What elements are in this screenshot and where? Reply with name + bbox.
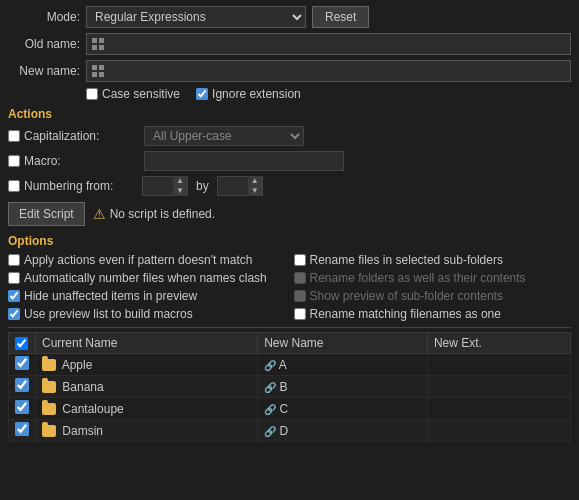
numbering-from-up[interactable]: ▲ [173, 176, 187, 186]
numbering-label: Numbering from: [24, 179, 113, 193]
option-label-2: Automatically number files when names cl… [24, 271, 267, 285]
chain-icon-3: 🔗 [264, 426, 276, 437]
old-name-input-wrapper: (.).* [86, 33, 571, 55]
case-sensitive-checkbox[interactable] [86, 88, 98, 100]
option-checkbox-3 [294, 272, 306, 284]
old-name-input[interactable]: (.).* [109, 37, 566, 51]
option-item-3: Rename folders as well as their contents [294, 271, 572, 285]
macro-row: Macro: [8, 151, 571, 171]
folder-icon-2 [42, 403, 56, 415]
old-name-label: Old name: [8, 37, 80, 51]
folder-icon-0 [42, 359, 56, 371]
options-title: Options [8, 234, 571, 248]
option-item-4[interactable]: Hide unaffected items in preview [8, 289, 286, 303]
option-checkbox-4[interactable] [8, 290, 20, 302]
row-current-2: Cantaloupe [36, 398, 258, 420]
capitalization-select[interactable]: All Upper-case All Lower-case Title Case [144, 126, 304, 146]
row-name-3: Damsin [62, 424, 103, 438]
table-header-row: Current Name New Name New Ext. [9, 333, 571, 354]
select-all-checkbox[interactable] [15, 337, 28, 350]
option-checkbox-5 [294, 290, 306, 302]
main-container: Mode: Regular Expressions Simple Wildcar… [0, 0, 579, 448]
option-item-0[interactable]: Apply actions even if pattern doesn't ma… [8, 253, 286, 267]
ignore-extension-label[interactable]: Ignore extension [196, 87, 301, 101]
ignore-extension-text: Ignore extension [212, 87, 301, 101]
edit-script-button[interactable]: Edit Script [8, 202, 85, 226]
option-item-2[interactable]: Automatically number files when names cl… [8, 271, 286, 285]
capitalization-checkbox[interactable] [8, 130, 20, 142]
macro-checkbox-label[interactable]: Macro: [8, 154, 138, 168]
row-checkbox-3[interactable] [15, 422, 29, 436]
script-row: Edit Script ⚠ No script is defined. [8, 202, 571, 226]
macro-input[interactable] [144, 151, 344, 171]
option-label-3: Rename folders as well as their contents [310, 271, 526, 285]
row-new-0: 🔗 A [258, 354, 428, 376]
macro-label: Macro: [24, 154, 61, 168]
row-name-1: Banana [62, 380, 103, 394]
option-checkbox-1[interactable] [294, 254, 306, 266]
row-new-2: 🔗 C [258, 398, 428, 420]
option-checkbox-2[interactable] [8, 272, 20, 284]
row-check-0 [9, 354, 36, 376]
case-sensitive-label[interactable]: Case sensitive [86, 87, 180, 101]
numbering-by-down[interactable]: ▼ [248, 186, 262, 196]
mode-row: Mode: Regular Expressions Simple Wildcar… [8, 6, 571, 28]
col-header-check [9, 333, 36, 354]
table-row: Banana 🔗 B [9, 376, 571, 398]
numbering-from-down[interactable]: ▼ [173, 186, 187, 196]
row-checkbox-2[interactable] [15, 400, 29, 414]
numbering-checkbox[interactable] [8, 180, 20, 192]
table-row: Damsin 🔗 D [9, 420, 571, 442]
numbering-from-wrap: 1 ▲ ▼ [142, 176, 188, 196]
svg-rect-0 [92, 38, 97, 43]
option-checkbox-0[interactable] [8, 254, 20, 266]
option-checkbox-7[interactable] [294, 308, 306, 320]
chain-icon-0: 🔗 [264, 360, 276, 371]
col-header-current: Current Name [36, 333, 258, 354]
numbering-by-input[interactable]: 1 [218, 179, 248, 193]
row-check-1 [9, 376, 36, 398]
mode-select[interactable]: Regular Expressions Simple Wildcards [86, 6, 306, 28]
capitalization-checkbox-label[interactable]: Capitalization: [8, 129, 138, 143]
numbering-row: Numbering from: 1 ▲ ▼ by 1 ▲ ▼ [8, 176, 571, 196]
folder-icon-1 [42, 381, 56, 393]
warning-icon: ⚠ [93, 206, 106, 222]
svg-rect-1 [99, 38, 104, 43]
new-name-label: New name: [8, 64, 80, 78]
svg-rect-2 [92, 45, 97, 50]
numbering-from-input[interactable]: 1 [143, 179, 173, 193]
table-body: Apple 🔗 A Banana 🔗 B [9, 354, 571, 442]
numbering-checkbox-label[interactable]: Numbering from: [8, 179, 138, 193]
row-checkbox-1[interactable] [15, 378, 29, 392]
svg-rect-7 [99, 72, 104, 77]
case-ignore-row: Case sensitive Ignore extension [86, 87, 571, 101]
option-item-7[interactable]: Rename matching filenames as one [294, 307, 572, 321]
option-label-7: Rename matching filenames as one [310, 307, 501, 321]
option-label-1: Rename files in selected sub-folders [310, 253, 503, 267]
new-name-input[interactable]: \1 [109, 64, 566, 78]
macro-checkbox[interactable] [8, 155, 20, 167]
row-ext-2 [427, 398, 570, 420]
row-new-1: 🔗 B [258, 376, 428, 398]
script-note: ⚠ No script is defined. [93, 206, 215, 222]
option-label-5: Show preview of sub-folder contents [310, 289, 503, 303]
option-item-6[interactable]: Use preview list to build macros [8, 307, 286, 321]
row-current-0: Apple [36, 354, 258, 376]
reset-button[interactable]: Reset [312, 6, 369, 28]
chain-icon-2: 🔗 [264, 404, 276, 415]
row-checkbox-0[interactable] [15, 356, 29, 370]
svg-rect-3 [99, 45, 104, 50]
table-divider [8, 327, 571, 328]
option-label-0: Apply actions even if pattern doesn't ma… [24, 253, 252, 267]
case-sensitive-text: Case sensitive [102, 87, 180, 101]
numbering-from-spinner: ▲ ▼ [173, 176, 187, 196]
numbering-by-up[interactable]: ▲ [248, 176, 262, 186]
option-checkbox-6[interactable] [8, 308, 20, 320]
svg-rect-6 [92, 72, 97, 77]
row-ext-3 [427, 420, 570, 442]
ignore-extension-checkbox[interactable] [196, 88, 208, 100]
svg-rect-5 [99, 65, 104, 70]
new-name-input-wrapper: \1 [86, 60, 571, 82]
option-item-1[interactable]: Rename files in selected sub-folders [294, 253, 572, 267]
mode-label: Mode: [8, 10, 80, 24]
